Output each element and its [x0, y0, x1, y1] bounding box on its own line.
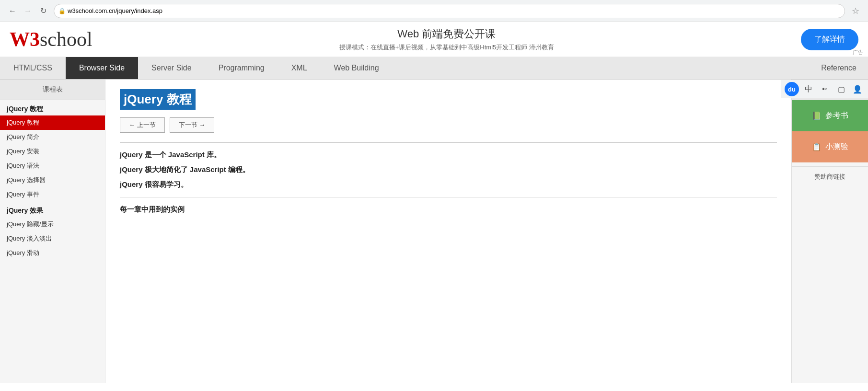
toolbar-chinese-btn[interactable]: 中 — [802, 82, 815, 96]
right-sidebar: 工具箱 📗 参考书 📋 小测验 赞助商链接 — [791, 80, 868, 383]
sidebar-item-jquery-install[interactable]: jQuery 安装 — [0, 144, 105, 159]
sidebar-item-jquery-tutorial[interactable]: jQuery 教程 — [0, 115, 105, 130]
toolbar-square-btn[interactable]: ▢ — [834, 82, 848, 96]
toolbar-user-btn[interactable]: 👤 — [851, 82, 864, 96]
sidebar-item-jquery-event[interactable]: jQuery 事件 — [0, 187, 105, 202]
main-layout: 课程表 jQuery 教程 jQuery 教程 jQuery 简介 jQuery… — [0, 80, 868, 383]
ad-banner-wrap: W3school Web 前端免费公开课 授课模式：在线直播+课后视频，从零基础… — [0, 22, 868, 57]
logo-school: school — [40, 28, 93, 51]
sidebar-header: 课程表 — [0, 80, 105, 100]
tab-server-side[interactable]: Server Side — [138, 57, 205, 79]
reload-button[interactable]: ↻ — [36, 4, 50, 18]
baidu-icon: du — [785, 82, 799, 96]
book-icon: 📗 — [812, 111, 822, 120]
toolbox-ref-btn[interactable]: 📗 参考书 — [792, 100, 868, 131]
divider-top — [120, 142, 777, 143]
sidebar-item-jquery-syntax[interactable]: jQuery 语法 — [0, 159, 105, 173]
baidu-toolbar: du 中 •◦ ▢ 👤 — [781, 80, 868, 98]
tab-programming[interactable]: Programming — [205, 57, 278, 79]
address-input[interactable] — [54, 4, 845, 18]
logo: W3school — [10, 28, 93, 51]
ad-title: Web 前端免费公开课 — [112, 27, 782, 41]
toolbox-ref-label: 参考书 — [825, 111, 848, 121]
ad-subtitle: 授课模式：在线直播+课后视频，从零基础到中高级Html5开发工程师 漳州教育 — [112, 43, 782, 52]
tab-reference[interactable]: Reference — [810, 57, 868, 79]
toolbox-sponsor: 赞助商链接 — [792, 166, 868, 187]
sidebar-item-jquery-selector[interactable]: jQuery 选择器 — [0, 173, 105, 187]
logo-w3: W3 — [10, 28, 40, 51]
browser-chrome: ← → ↻ 🔒 ☆ — [0, 0, 868, 22]
tab-browser-side[interactable]: Browser Side — [66, 57, 138, 79]
toolbar-dot-btn[interactable]: •◦ — [818, 82, 832, 96]
tab-html-css[interactable]: HTML/CSS — [0, 57, 66, 79]
sidebar-item-jquery-slide[interactable]: jQuery 滑动 — [0, 246, 105, 260]
next-btn[interactable]: 下一节 → — [170, 117, 215, 133]
address-bar-wrap: 🔒 — [54, 4, 845, 18]
sidebar-section-effects-title: jQuery 效果 — [0, 202, 105, 217]
bookmark-button[interactable]: ☆ — [849, 4, 862, 18]
sidebar-section-jquery-title: jQuery 教程 — [0, 100, 105, 115]
toolbox-quiz-label: 小测验 — [825, 142, 848, 152]
sidebar-item-jquery-hide-show[interactable]: jQuery 隐藏/显示 — [0, 217, 105, 231]
content-nav-buttons: ← 上一节 下一节 → — [120, 117, 777, 133]
browser-nav-buttons: ← → ↻ — [6, 4, 50, 18]
toolbox-quiz-btn[interactable]: 📋 小测验 — [792, 131, 868, 162]
divider-bottom — [120, 197, 777, 197]
ad-center: Web 前端免费公开课 授课模式：在线直播+课后视频，从零基础到中高级Html5… — [93, 27, 801, 52]
lock-icon: 🔒 — [58, 8, 66, 14]
nav-tabs: HTML/CSS Browser Side Server Side Progra… — [0, 57, 868, 80]
content-area: jQuery 教程 ← 上一节 下一节 → jQuery 是一个 JavaScr… — [105, 80, 791, 383]
content-line-3: jQuery 很容易学习。 — [120, 180, 777, 189]
page-title: jQuery 教程 — [120, 89, 196, 110]
prev-btn[interactable]: ← 上一节 — [120, 117, 165, 133]
content-line-2: jQuery 极大地简化了 JavaScript 编程。 — [120, 165, 777, 174]
content-line-1: jQuery 是一个 JavaScript 库。 — [120, 150, 777, 160]
sidebar-item-jquery-fade[interactable]: jQuery 淡入淡出 — [0, 231, 105, 246]
quiz-icon: 📋 — [812, 142, 822, 151]
sidebar: 课程表 jQuery 教程 jQuery 教程 jQuery 简介 jQuery… — [0, 80, 105, 383]
ad-banner: W3school Web 前端免费公开课 授课模式：在线直播+课后视频，从零基础… — [0, 22, 868, 57]
tab-xml[interactable]: XML — [278, 57, 321, 79]
sidebar-item-jquery-intro[interactable]: jQuery 简介 — [0, 130, 105, 144]
forward-button[interactable]: → — [21, 4, 35, 18]
ad-label: 广告 — [853, 49, 863, 56]
content-section-title: 每一章中用到的实例 — [120, 205, 777, 214]
tab-web-building[interactable]: Web Building — [321, 57, 393, 79]
ad-cta-button[interactable]: 了解详情 — [801, 29, 858, 50]
back-button[interactable]: ← — [6, 4, 19, 18]
